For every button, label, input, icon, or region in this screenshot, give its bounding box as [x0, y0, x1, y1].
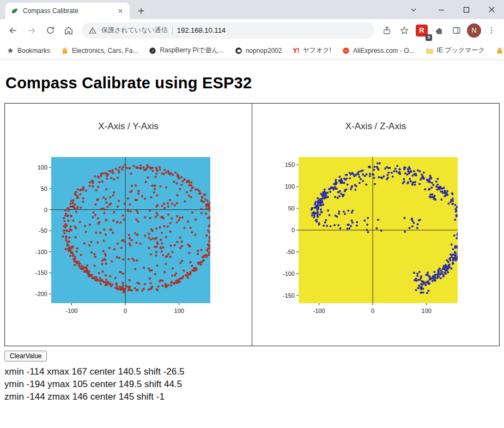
extensions-puzzle-icon[interactable] [431, 22, 447, 39]
bookmark-item-ie-folder[interactable]: IE ブックマーク [426, 46, 485, 55]
aliexpress-icon [342, 47, 350, 55]
shopping-bag-icon [496, 47, 503, 55]
web-page: Compass Calibrate using ESP32 X-Axis / Y… [0, 60, 504, 428]
svg-text:50: 50 [40, 185, 47, 192]
svg-text:-50: -50 [286, 249, 295, 255]
security-label[interactable]: 保護されていない通信 [101, 26, 168, 35]
bookmark-label: RaspBerry Piで遊ん... [160, 46, 223, 55]
bookmark-item-yahoo-auction[interactable]: Y! ヤフオク! [293, 46, 331, 55]
folder-icon [426, 47, 434, 55]
share-icon[interactable] [379, 22, 395, 39]
svg-text:0: 0 [124, 308, 127, 314]
close-window-button[interactable] [479, 0, 504, 19]
new-tab-button[interactable] [133, 3, 149, 19]
back-button[interactable] [4, 22, 22, 39]
bookmark-item-bag-only[interactable] [496, 47, 503, 55]
bookmarks-folder[interactable]: Bookmarks [7, 47, 50, 55]
svg-text:0: 0 [371, 308, 374, 314]
svg-text:50: 50 [288, 205, 294, 212]
browser-window: Compass Calibrate [0, 0, 504, 428]
bookmark-star-icon[interactable] [396, 22, 412, 39]
svg-text:-100: -100 [313, 308, 325, 314]
svg-text:-200: -200 [35, 291, 47, 297]
xz-scatter-plot: -1000100-150-100-50050100150 [256, 154, 496, 318]
y-result-line: ymin -194 ymax 105 center 149.5 shift 44… [4, 379, 500, 390]
star-icon [7, 47, 14, 55]
page-title: Compass Calibrate using ESP32 [5, 74, 500, 92]
bookmark-item-electronics[interactable]: Electronics, Cars, Fa... [61, 47, 138, 55]
not-secure-warning-icon[interactable] [88, 26, 97, 35]
forward-button[interactable] [23, 22, 40, 39]
svg-text:-150: -150 [282, 292, 294, 299]
address-divider [172, 26, 173, 35]
browser-tab[interactable]: Compass Calibrate [5, 3, 130, 19]
svg-text:100: 100 [421, 308, 431, 314]
home-button[interactable] [60, 22, 77, 39]
url-text[interactable]: 192.168.10.114 [177, 26, 226, 34]
bookmarks-label: Bookmarks [17, 47, 50, 55]
svg-text:100: 100 [37, 164, 47, 171]
bookmark-item-raspberrypi[interactable]: RaspBerry Piで遊ん... [149, 46, 223, 55]
x-result-line: xmin -114 xmax 167 center 140.5 shift -2… [4, 366, 500, 377]
bookmark-label: Electronics, Cars, Fa... [72, 47, 138, 55]
xz-chart-title: X-Axis / Z-Axis [345, 121, 406, 132]
tab-search-chevron-icon[interactable] [403, 0, 424, 19]
bookmark-item-aliexpress[interactable]: AliExpress.com - O... [342, 47, 415, 55]
clear-value-button[interactable]: ClearValue [4, 351, 47, 361]
maximize-button[interactable] [454, 0, 479, 19]
z-result-line: zmin -144 zmax 146 center 145 shift -1 [4, 391, 500, 402]
svg-text:0: 0 [291, 227, 294, 233]
svg-text:150: 150 [284, 161, 294, 168]
minimize-button[interactable] [429, 0, 454, 19]
svg-text:100: 100 [284, 183, 294, 190]
svg-text:-150: -150 [35, 269, 47, 276]
svg-text:-100: -100 [65, 308, 77, 314]
xy-chart-title: X-Axis / Y-Axis [98, 121, 159, 132]
extension-r-icon[interactable]: R 5 [414, 22, 430, 39]
dark-circle-icon [149, 47, 156, 55]
svg-text:-100: -100 [35, 249, 47, 255]
bookmarks-bar: Bookmarks Electronics, Cars, Fa... RaspB… [0, 41, 504, 60]
tab-title: Compass Calibrate [23, 7, 112, 15]
bookmark-label: ヤフオク! [302, 46, 331, 55]
avatar-letter: N [467, 23, 481, 38]
menu-dots-icon[interactable] [483, 22, 500, 39]
calibration-results: xmin -114 xmax 167 center 140.5 shift -2… [4, 366, 500, 402]
bookmark-label: nopnop2002 [246, 47, 282, 55]
profile-avatar[interactable]: N [466, 22, 482, 39]
github-icon [235, 47, 242, 55]
svg-text:-100: -100 [282, 270, 294, 277]
reload-button[interactable] [41, 22, 59, 39]
xy-chart-panel: X-Axis / Y-Axis -1000100-200-150-100-500… [5, 104, 252, 346]
charts-container: X-Axis / Y-Axis -1000100-200-150-100-500… [4, 103, 500, 346]
tab-strip: Compass Calibrate [0, 0, 504, 19]
shopping-bag-icon [61, 47, 69, 55]
side-panel-icon[interactable] [448, 22, 465, 39]
bookmark-item-github[interactable]: nopnop2002 [235, 47, 282, 55]
yahoo-icon: Y! [293, 47, 299, 55]
svg-text:-50: -50 [39, 227, 47, 234]
svg-text:100: 100 [174, 308, 184, 314]
tab-close-icon[interactable] [117, 7, 124, 15]
tab-favicon-leaf-icon [11, 7, 19, 15]
bookmark-label: AliExpress.com - O... [353, 47, 415, 55]
xy-scatter-plot: -1000100-200-150-100-50050100 [9, 154, 248, 318]
browser-toolbar: 保護されていない通信 192.168.10.114 R 5 N [0, 19, 504, 41]
address-bar[interactable]: 保護されていない通信 192.168.10.114 [82, 22, 374, 39]
bookmark-label: IE ブックマーク [437, 46, 485, 55]
xz-chart-panel: X-Axis / Z-Axis -1000100-150-100-5005010… [252, 104, 499, 346]
svg-text:0: 0 [44, 207, 47, 213]
window-controls [403, 0, 504, 19]
